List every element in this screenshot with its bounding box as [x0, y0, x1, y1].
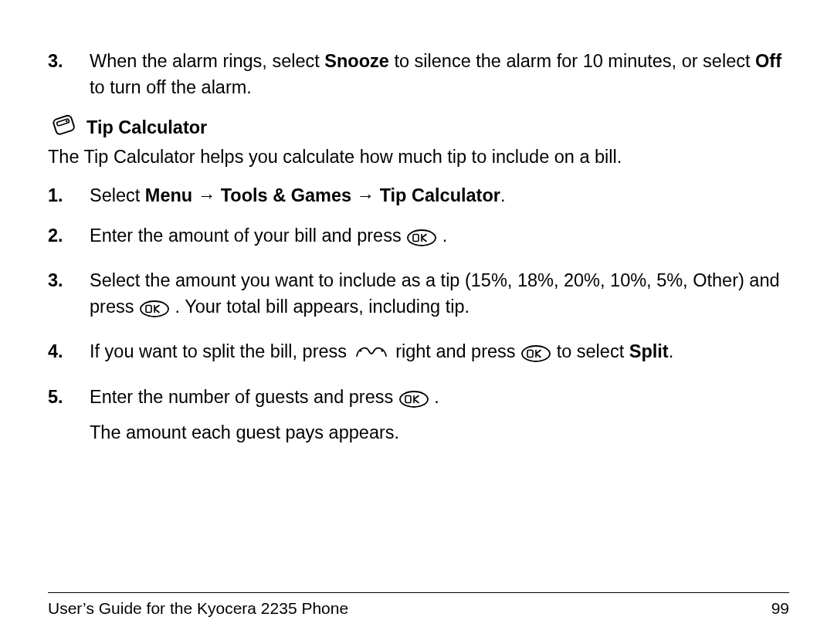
list-item: 1. Select Menu → Tools & Games → Tip Cal… — [48, 182, 789, 208]
calculator-icon — [48, 114, 79, 141]
text: . — [437, 225, 447, 246]
text: to select — [551, 341, 629, 361]
text: Enter the number of guests and press — [90, 387, 398, 407]
bold-text: Off — [755, 51, 781, 71]
list-item: 3. When the alarm rings, select Snooze t… — [48, 48, 789, 100]
text: Enter the amount of your bill and press — [90, 225, 406, 246]
item-number: 4. — [48, 338, 90, 369]
svg-point-2 — [66, 120, 68, 122]
text: If you want to split the bill, press — [90, 341, 352, 361]
list-item: 5. Enter the number of guests and press … — [48, 384, 789, 446]
text: to turn off the alarm. — [90, 77, 252, 97]
text: . Your total bill appears, including tip… — [170, 297, 470, 317]
svg-point-7 — [359, 350, 361, 352]
item-body: Select the amount you want to include as… — [90, 267, 789, 324]
text: When the alarm rings, select — [90, 51, 324, 71]
item-number: 3. — [48, 267, 90, 324]
item-number: 3. — [48, 48, 90, 100]
tip-calculator-steps: 1. Select Menu → Tools & Games → Tip Cal… — [48, 182, 789, 445]
item-body: Select Menu → Tools & Games → Tip Calcul… — [90, 182, 789, 208]
svg-rect-12 — [405, 395, 411, 402]
page-number: 99 — [771, 599, 789, 618]
svg-rect-0 — [53, 115, 75, 135]
item-number: 1. — [48, 182, 90, 208]
text: . — [669, 341, 674, 361]
alarm-steps-continued: 3. When the alarm rings, select Snooze t… — [48, 48, 789, 100]
svg-rect-1 — [56, 119, 70, 127]
ok-button-icon — [520, 343, 551, 369]
item-body: Enter the amount of your bill and press … — [90, 222, 789, 253]
item-number: 2. — [48, 222, 90, 253]
footer-title: User’s Guide for the Kyocera 2235 Phone — [48, 599, 348, 618]
bold-text: Split — [629, 341, 669, 361]
item-body: Enter the number of guests and press . T… — [90, 384, 789, 446]
list-item: 2. Enter the amount of your bill and pre… — [48, 222, 789, 253]
text: right and press — [391, 341, 521, 361]
section-heading: Tip Calculator — [48, 114, 789, 141]
text: Select — [90, 185, 145, 205]
ok-button-icon — [406, 227, 437, 253]
svg-rect-4 — [413, 235, 419, 242]
svg-point-8 — [381, 350, 383, 352]
item-followup: The amount each guest pays appears. — [90, 419, 789, 446]
page-footer: User’s Guide for the Kyocera 2235 Phone … — [48, 592, 789, 618]
list-item: 4. If you want to split the bill, press … — [48, 338, 789, 369]
text: to silence the alarm for 10 minutes, or … — [389, 51, 755, 71]
bold-text: Snooze — [324, 51, 389, 71]
item-number: 5. — [48, 384, 90, 446]
text: . — [429, 387, 439, 407]
document-page: 3. When the alarm rings, select Snooze t… — [0, 0, 834, 644]
footer-row: User’s Guide for the Kyocera 2235 Phone … — [48, 599, 789, 618]
ok-button-icon — [398, 388, 429, 415]
text: . — [500, 185, 506, 205]
bold-text: Menu → Tools & Games → Tip Calculator — [145, 185, 500, 205]
list-item: 3. Select the amount you want to include… — [48, 267, 789, 324]
svg-rect-6 — [146, 306, 151, 313]
nav-key-icon — [352, 342, 391, 369]
footer-divider — [48, 592, 789, 593]
section-title: Tip Calculator — [86, 117, 207, 138]
svg-rect-10 — [527, 351, 533, 358]
section-intro: The Tip Calculator helps you calculate h… — [48, 144, 789, 170]
item-body: When the alarm rings, select Snooze to s… — [90, 48, 789, 100]
ok-button-icon — [139, 298, 170, 324]
item-body: If you want to split the bill, press rig… — [90, 338, 789, 369]
